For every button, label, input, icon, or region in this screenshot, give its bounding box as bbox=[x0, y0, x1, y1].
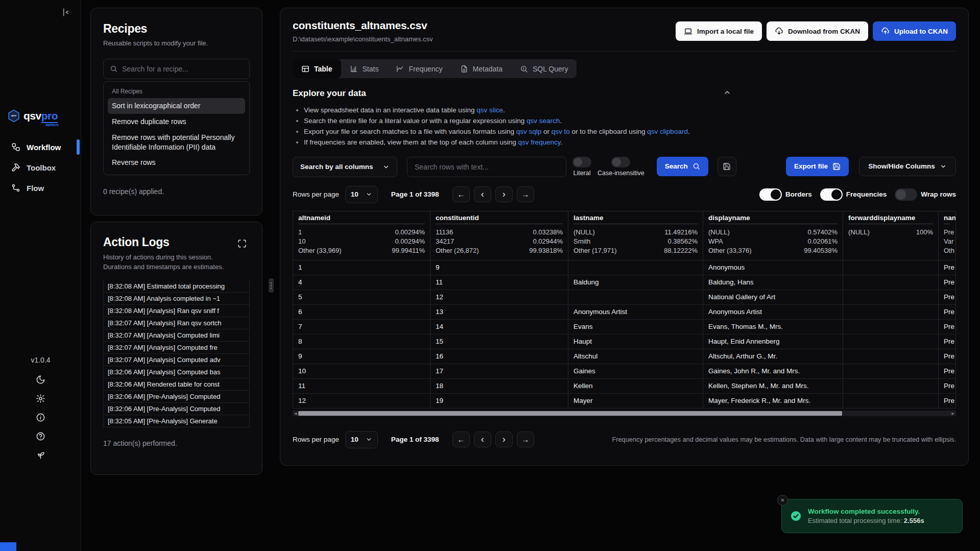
frequency-line: (NULL) 100% bbox=[848, 228, 933, 237]
tab-metadata[interactable]: Metadata bbox=[451, 59, 511, 78]
sidebar-item-flow[interactable]: Flow bbox=[0, 178, 81, 198]
recipe-item[interactable]: Remove rows with potential Personally Id… bbox=[108, 130, 245, 155]
seedling-button[interactable] bbox=[35, 449, 46, 461]
table-row[interactable]: 714EvansEvans, Thomas M., Mrs.Pre bbox=[293, 320, 955, 334]
table-row[interactable]: 512National Gallery of ArtPre bbox=[293, 290, 955, 305]
tab-table[interactable]: Table bbox=[293, 59, 341, 78]
table-row[interactable]: 1017GainesGaines, John R., Mr. and Mrs.P… bbox=[293, 364, 955, 379]
table-cell: Altschul bbox=[568, 349, 703, 364]
search-controls-row: Search by all columns Literal Case-insen… bbox=[293, 157, 956, 177]
pagination-button[interactable] bbox=[452, 186, 470, 202]
pagination-button[interactable] bbox=[495, 186, 513, 202]
table-row[interactable]: 1219MayerMayer, Frederick R., Mr. and Mr… bbox=[293, 394, 955, 408]
search-rows-input[interactable] bbox=[407, 157, 566, 177]
table-row[interactable]: 1118KellenKellen, Stephen M., Mr. and Mr… bbox=[293, 379, 955, 394]
scrollbar-thumb[interactable] bbox=[298, 411, 842, 416]
rows-per-page-select[interactable]: 10 bbox=[345, 431, 378, 448]
export-file-button[interactable]: Export file bbox=[786, 157, 849, 176]
frequency-line: 10 0.00294% bbox=[298, 237, 425, 246]
table-icon bbox=[301, 65, 309, 73]
pagination-button[interactable] bbox=[517, 432, 534, 447]
table-cell: Evans, Thomas M., Mrs. bbox=[703, 320, 843, 334]
explore-bullet: If frequencies are enabled, view them at… bbox=[304, 137, 956, 148]
sidebar-item-label: Flow bbox=[27, 184, 44, 193]
explore-bullet: Export your file or search matches to a … bbox=[304, 127, 956, 137]
info-button[interactable] bbox=[35, 412, 46, 423]
table-cell: 14 bbox=[431, 320, 568, 334]
bullet-text-segment: Export your file or search matches to a … bbox=[304, 128, 516, 135]
sidebar-collapse-button[interactable] bbox=[58, 5, 73, 19]
case-insensitive-label: Case-insensitive bbox=[597, 170, 644, 177]
settings-button[interactable] bbox=[35, 393, 46, 404]
view-toggle-switch[interactable] bbox=[820, 188, 843, 201]
pagination-button[interactable] bbox=[474, 432, 491, 447]
view-toggle-group: Borders bbox=[759, 188, 812, 201]
recipe-search-input[interactable] bbox=[122, 65, 243, 73]
table-cell: 1 bbox=[293, 260, 431, 275]
show-hide-columns-button[interactable]: Show/Hide Columns bbox=[859, 157, 956, 176]
expand-logs-button[interactable] bbox=[237, 237, 250, 250]
grip-dots-icon bbox=[270, 282, 272, 289]
sidebar-item-label: Toolbox bbox=[27, 163, 56, 172]
column-header[interactable]: altnameid bbox=[293, 211, 431, 224]
toast-close-button[interactable]: ✕ bbox=[777, 495, 788, 506]
taskbar-fragment bbox=[0, 542, 16, 551]
table-cell: Pre bbox=[939, 364, 955, 378]
explore-title: Explore your data bbox=[293, 88, 956, 99]
pagination-button[interactable] bbox=[452, 432, 470, 447]
view-toggle-switch[interactable] bbox=[895, 188, 917, 201]
recipe-item[interactable]: Sort in lexicographical order bbox=[108, 98, 245, 114]
table-row[interactable]: 815HauptHaupt, Enid AnnenbergPre bbox=[293, 334, 955, 349]
log-entry: [8:32:06 AM] Rendered table for const bbox=[103, 378, 250, 391]
table-cell: 11 bbox=[431, 275, 568, 290]
action-logs-subtitle: History of actions during this session. … bbox=[103, 253, 226, 272]
help-button[interactable] bbox=[35, 430, 46, 442]
panel-resize-handle[interactable] bbox=[269, 278, 274, 293]
scroll-left-arrow-icon[interactable]: ◀ bbox=[294, 411, 297, 416]
search-button[interactable]: Search bbox=[657, 157, 708, 176]
table-cell: 8 bbox=[293, 334, 431, 349]
column-header[interactable]: displayname bbox=[703, 211, 843, 224]
search-column-selector[interactable]: Search by all columns bbox=[293, 157, 397, 177]
tab-frequency[interactable]: Frequency bbox=[387, 59, 451, 78]
pagination-button[interactable] bbox=[474, 186, 491, 202]
case-insensitive-toggle[interactable] bbox=[611, 157, 630, 167]
download-from-ckan-button[interactable]: Download from CKAN bbox=[767, 21, 868, 41]
tab-stats[interactable]: Stats bbox=[341, 59, 388, 78]
table-cell bbox=[568, 260, 703, 275]
horizontal-scrollbar[interactable]: ◀ ▶ bbox=[293, 411, 956, 416]
sidebar: qsv qsvpro datHere Workflow Toolbox bbox=[0, 0, 81, 551]
table-cell bbox=[843, 290, 939, 304]
column-header[interactable]: lastname bbox=[568, 211, 703, 224]
pagination-button[interactable] bbox=[495, 432, 513, 447]
chevron-down-icon bbox=[366, 191, 372, 198]
table-cell: 19 bbox=[431, 394, 568, 408]
upload-to-ckan-button[interactable]: Upload to CKAN bbox=[873, 21, 956, 41]
recipes-title: Recipes bbox=[103, 22, 250, 36]
recipe-item[interactable]: Reverse rows bbox=[108, 155, 245, 171]
view-toggle-switch[interactable] bbox=[759, 188, 782, 201]
import-local-file-button[interactable]: Import a local file bbox=[676, 21, 762, 41]
column-header[interactable]: forwarddisplayname bbox=[843, 211, 939, 224]
tab-sql-query[interactable]: SQL Query bbox=[511, 59, 577, 78]
scroll-right-arrow-icon[interactable]: ▶ bbox=[952, 411, 954, 416]
collapse-section-button[interactable] bbox=[723, 88, 731, 97]
literal-toggle[interactable] bbox=[572, 157, 591, 167]
recipe-item[interactable]: Remove duplicate rows bbox=[108, 114, 245, 130]
column-header[interactable]: constituentid bbox=[431, 211, 568, 224]
qsv-logo-icon: qsv bbox=[7, 109, 20, 123]
sidebar-item-workflow[interactable]: Workflow bbox=[0, 137, 81, 157]
action-log-list[interactable]: [8:32:08 AM] Estimated total processing … bbox=[103, 280, 250, 432]
table-row[interactable]: 613Anonymous ArtistAnonymous ArtistPre bbox=[293, 305, 955, 320]
table-row[interactable]: 411BaldungBaldung, HansPre bbox=[293, 275, 955, 290]
save-search-button[interactable] bbox=[718, 157, 736, 176]
column-header[interactable]: nan bbox=[939, 211, 955, 224]
log-entry: [8:32:07 AM] [Analysis] Computed fre bbox=[103, 341, 250, 354]
table-row[interactable]: 19AnonymousPre bbox=[293, 260, 955, 275]
table-row[interactable]: 916AltschulAltschul, Arthur G., Mr.Pre bbox=[293, 349, 955, 364]
rows-per-page-select[interactable]: 10 bbox=[345, 186, 378, 203]
chevron-down-icon bbox=[383, 163, 390, 171]
sidebar-item-toolbox[interactable]: Toolbox bbox=[0, 157, 81, 178]
pagination-button[interactable] bbox=[517, 186, 534, 202]
dark-mode-button[interactable] bbox=[35, 374, 46, 385]
